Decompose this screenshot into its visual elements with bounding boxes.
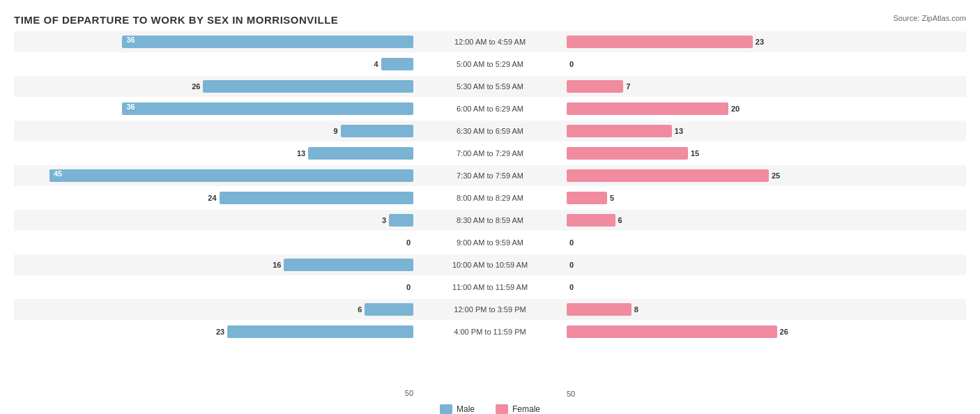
chart-row: 248:00 AM to 8:29 AM5 bbox=[14, 187, 966, 208]
right-section: 0 bbox=[567, 54, 966, 75]
time-label: 6:00 AM to 6:29 AM bbox=[413, 105, 567, 113]
value-male-label: 45 bbox=[54, 169, 62, 178]
chart-container: TIME OF DEPARTURE TO WORK BY SEX IN MORR… bbox=[0, 0, 980, 414]
right-section: 0 bbox=[567, 254, 966, 275]
bar-male: 45 bbox=[49, 169, 413, 182]
axis-left: 50 bbox=[0, 389, 416, 397]
time-label: 12:00 AM to 4:59 AM bbox=[413, 38, 567, 46]
value-male-label: 13 bbox=[297, 149, 305, 158]
right-section: 15 bbox=[567, 143, 966, 164]
time-label: 8:00 AM to 8:29 AM bbox=[413, 194, 567, 202]
bar-female bbox=[567, 214, 615, 227]
left-section: 0 bbox=[14, 232, 413, 253]
bar-female bbox=[567, 147, 688, 160]
bar-female bbox=[567, 169, 769, 182]
value-female-label: 0 bbox=[569, 261, 574, 269]
value-female-label: 6 bbox=[618, 216, 622, 224]
time-label: 6:30 AM to 6:59 AM bbox=[413, 127, 567, 135]
value-male-label: 36 bbox=[126, 36, 135, 44]
bar-female bbox=[567, 192, 607, 204]
left-section: 23 bbox=[14, 321, 413, 342]
bar-female bbox=[567, 36, 753, 48]
left-section: 16 bbox=[14, 254, 413, 275]
bar-male: 36 bbox=[122, 36, 413, 48]
chart-row: 38:30 AM to 8:59 AM6 bbox=[14, 210, 966, 231]
chart-row: 366:00 AM to 6:29 AM20 bbox=[14, 98, 966, 119]
bar-male bbox=[203, 80, 413, 93]
time-label: 11:00 AM to 11:59 AM bbox=[413, 283, 567, 291]
value-male-label: 16 bbox=[273, 261, 281, 269]
right-section: 7 bbox=[567, 76, 966, 97]
axis-row: 50 50 bbox=[0, 386, 980, 400]
right-section: 0 bbox=[567, 232, 966, 253]
legend-female: Female bbox=[496, 404, 540, 414]
value-female-label: 7 bbox=[626, 82, 630, 91]
right-section: 26 bbox=[567, 321, 966, 342]
value-male-label: 26 bbox=[192, 82, 200, 91]
value-female-label: 0 bbox=[569, 238, 574, 247]
chart-row: 234:00 PM to 11:59 PM26 bbox=[14, 321, 966, 342]
right-section: 0 bbox=[567, 277, 966, 298]
value-male-label: 0 bbox=[406, 283, 411, 291]
chart-row: 1610:00 AM to 10:59 AM0 bbox=[14, 254, 966, 275]
value-female-label: 13 bbox=[675, 127, 683, 135]
chart-row: 612:00 PM to 3:59 PM8 bbox=[14, 299, 966, 320]
bar-male bbox=[308, 147, 413, 160]
value-female-label: 0 bbox=[569, 60, 574, 68]
bar-male bbox=[227, 325, 413, 338]
time-label: 9:00 AM to 9:59 AM bbox=[413, 238, 567, 247]
left-section: 9 bbox=[14, 121, 413, 141]
bar-female bbox=[567, 303, 631, 316]
time-label: 7:00 AM to 7:29 AM bbox=[413, 149, 567, 158]
value-male-label: 24 bbox=[208, 194, 216, 202]
time-label: 5:00 AM to 5:29 AM bbox=[413, 60, 567, 68]
value-female-label: 15 bbox=[691, 149, 699, 158]
legend-male: Male bbox=[440, 404, 475, 414]
value-female-label: 20 bbox=[731, 105, 740, 113]
bar-male bbox=[341, 125, 413, 137]
value-female-label: 0 bbox=[569, 283, 574, 291]
value-male-label: 6 bbox=[358, 305, 362, 314]
left-section: 3 bbox=[14, 210, 413, 231]
right-section: 8 bbox=[567, 299, 966, 320]
value-female-label: 25 bbox=[772, 171, 780, 180]
left-section: 0 bbox=[14, 277, 413, 298]
right-section: 6 bbox=[567, 210, 966, 231]
axis-right: 50 bbox=[564, 387, 980, 399]
value-male-label: 23 bbox=[216, 328, 224, 336]
left-section: 36 bbox=[14, 98, 413, 119]
value-female-label: 23 bbox=[756, 38, 764, 46]
legend-female-label: Female bbox=[512, 404, 540, 414]
time-label: 4:00 PM to 11:59 PM bbox=[413, 328, 567, 336]
source-label: Source: ZipAtlas.com bbox=[893, 14, 966, 22]
left-section: 4 bbox=[14, 54, 413, 75]
bottom-area: 50 50 Male Female bbox=[0, 386, 980, 414]
time-label: 10:00 AM to 10:59 AM bbox=[413, 261, 567, 269]
bar-male bbox=[220, 192, 413, 204]
value-male-label: 0 bbox=[406, 238, 411, 247]
chart-row: 09:00 AM to 9:59 AM0 bbox=[14, 232, 966, 253]
bar-male bbox=[389, 214, 413, 227]
bar-female bbox=[567, 325, 777, 338]
legend-male-label: Male bbox=[457, 404, 475, 414]
value-male-label: 4 bbox=[374, 60, 378, 68]
left-section: 13 bbox=[14, 143, 413, 164]
chart-row: 3612:00 AM to 4:59 AM23 bbox=[14, 31, 966, 52]
time-label: 12:00 PM to 3:59 PM bbox=[413, 305, 567, 314]
bar-female bbox=[567, 80, 623, 93]
right-section: 5 bbox=[567, 187, 966, 208]
value-male-label: 3 bbox=[382, 216, 386, 224]
right-section: 25 bbox=[567, 165, 966, 186]
legend-female-box bbox=[496, 404, 508, 414]
bar-male bbox=[284, 259, 413, 271]
left-section: 45 bbox=[14, 165, 413, 186]
value-female-label: 5 bbox=[610, 194, 614, 202]
left-section: 36 bbox=[14, 31, 413, 52]
axis-label-right: 50 bbox=[567, 390, 575, 398]
value-female-label: 8 bbox=[634, 305, 638, 314]
chart-row: 45:00 AM to 5:29 AM0 bbox=[14, 54, 966, 75]
value-female-label: 26 bbox=[780, 328, 788, 336]
bar-male bbox=[381, 58, 413, 70]
time-label: 8:30 AM to 8:59 AM bbox=[413, 216, 567, 224]
axis-label-left: 50 bbox=[405, 389, 413, 397]
